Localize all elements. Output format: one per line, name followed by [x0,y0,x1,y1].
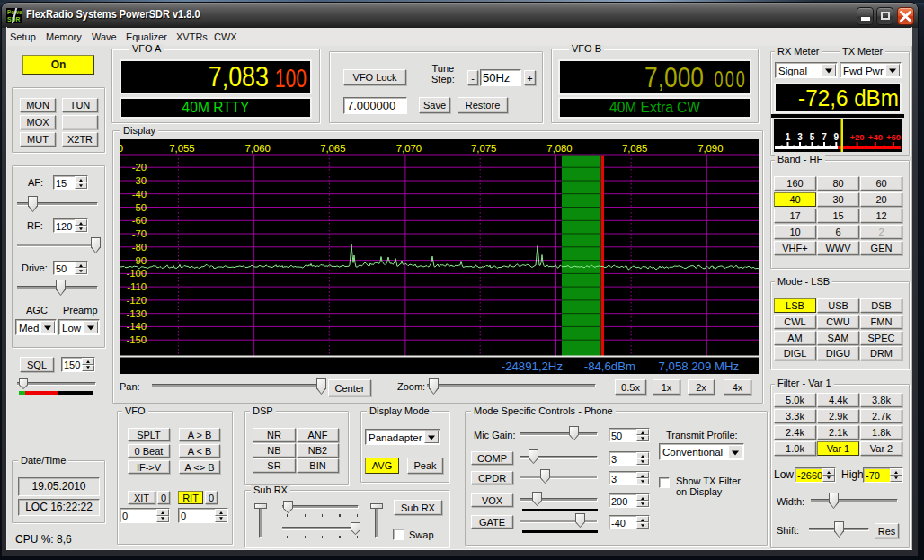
svg-text:-24891,2Hz: -24891,2Hz [502,360,563,373]
svg-text:7,090: 7,090 [697,143,723,154]
svg-text:-80: -80 [132,242,147,253]
svg-text:-140: -140 [126,321,147,332]
svg-text:7,065: 7,065 [320,143,345,154]
svg-text:3: 3 [797,132,803,142]
svg-text:-110: -110 [127,281,147,292]
svg-text:7,058 209 MHz: 7,058 209 MHz [659,360,739,373]
svg-text:9: 9 [834,132,840,142]
svg-text:-60: -60 [132,215,147,226]
svg-text:+40: +40 [868,132,883,142]
svg-text:+60: +60 [886,132,901,142]
svg-text:-84,6dBm: -84,6dBm [584,360,635,373]
svg-text:7,050: 7,050 [120,143,123,154]
svg-text:-100: -100 [126,268,147,279]
svg-text:-50: -50 [132,202,147,213]
svg-text:-20: -20 [132,162,147,173]
svg-text:-90: -90 [132,255,147,266]
svg-text:7,075: 7,075 [471,143,496,154]
svg-text:7,080: 7,080 [546,143,572,154]
svg-text:7,070: 7,070 [396,143,422,154]
svg-text:-120: -120 [126,295,147,306]
svg-text:5: 5 [810,132,815,142]
svg-text:7,085: 7,085 [622,143,647,154]
svg-text:-30: -30 [132,175,147,186]
svg-text:+20: +20 [850,132,865,142]
svg-text:7,055: 7,055 [169,143,194,154]
svg-text:7: 7 [822,132,827,142]
svg-text:-150: -150 [126,334,147,345]
svg-text:1: 1 [786,132,791,142]
svg-text:-40: -40 [132,189,147,200]
svg-text:7,060: 7,060 [245,143,271,154]
svg-text:-130: -130 [126,308,147,319]
svg-text:-70: -70 [132,228,147,239]
